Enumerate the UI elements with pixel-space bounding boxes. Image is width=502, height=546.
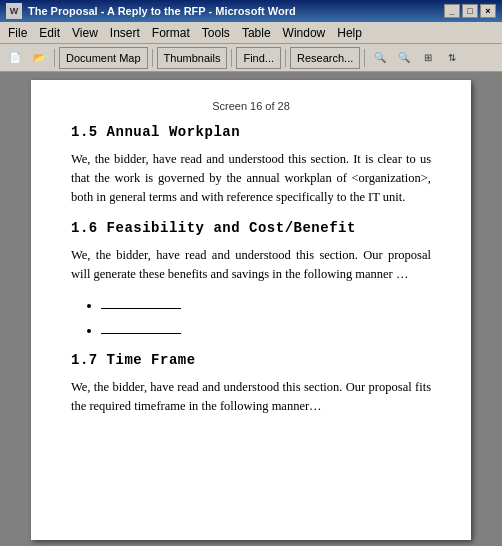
toolbar-sep-1	[54, 49, 55, 67]
menu-view[interactable]: View	[66, 24, 104, 42]
document-page: Screen 16 of 28 1.5 Annual Workplan We, …	[31, 80, 471, 540]
zoom-in-button[interactable]: 🔍	[393, 47, 415, 69]
document-map-button[interactable]: Document Map	[59, 47, 148, 69]
minimize-button[interactable]: _	[444, 4, 460, 18]
title-bar: W The Proposal - A Reply to the RFP - Mi…	[0, 0, 502, 22]
toolbar-sep-4	[285, 49, 286, 67]
new-button[interactable]: 📄	[4, 47, 26, 69]
section-1-7-heading: 1.7 Time Frame	[71, 352, 431, 368]
toolbar-sep-5	[364, 49, 365, 67]
section-1-7-body: We, the bidder, have read and understood…	[71, 378, 431, 416]
window-title: The Proposal - A Reply to the RFP - Micr…	[28, 5, 444, 17]
menu-help[interactable]: Help	[331, 24, 368, 42]
blank-line-2	[101, 333, 181, 334]
thumbnails-button[interactable]: Thumbnails	[157, 47, 228, 69]
page-label: Screen 16 of 28	[71, 100, 431, 112]
menu-window[interactable]: Window	[277, 24, 332, 42]
menu-edit[interactable]: Edit	[33, 24, 66, 42]
window-controls[interactable]: _ □ ×	[444, 4, 496, 18]
toolbar: 📄 📂 Document Map Thumbnails Find... Rese…	[0, 44, 502, 72]
menu-bar: File Edit View Insert Format Tools Table…	[0, 22, 502, 44]
app-icon: W	[6, 3, 22, 19]
menu-insert[interactable]: Insert	[104, 24, 146, 42]
bullet-item-1	[101, 298, 431, 313]
open-button[interactable]: 📂	[28, 47, 50, 69]
menu-table[interactable]: Table	[236, 24, 277, 42]
menu-tools[interactable]: Tools	[196, 24, 236, 42]
blank-line-1	[101, 308, 181, 309]
bullet-item-2	[101, 323, 431, 338]
research-button[interactable]: Research...	[290, 47, 360, 69]
grid-view-button[interactable]: ⊞	[417, 47, 439, 69]
toolbar-sep-2	[152, 49, 153, 67]
section-1-6-heading: 1.6 Feasibility and Cost/Benefit	[71, 220, 431, 236]
section-1-5-body: We, the bidder, have read and understood…	[71, 150, 431, 206]
menu-format[interactable]: Format	[146, 24, 196, 42]
toolbar-sep-3	[231, 49, 232, 67]
scroll-button[interactable]: ⇅	[441, 47, 463, 69]
section-1-6-bullets	[101, 298, 431, 338]
document-area: Screen 16 of 28 1.5 Annual Workplan We, …	[0, 72, 502, 546]
menu-file[interactable]: File	[2, 24, 33, 42]
close-button[interactable]: ×	[480, 4, 496, 18]
section-1-5-heading: 1.5 Annual Workplan	[71, 124, 431, 140]
zoom-out-button[interactable]: 🔍	[369, 47, 391, 69]
find-button[interactable]: Find...	[236, 47, 281, 69]
maximize-button[interactable]: □	[462, 4, 478, 18]
section-1-6-body: We, the bidder, have read and understood…	[71, 246, 431, 284]
